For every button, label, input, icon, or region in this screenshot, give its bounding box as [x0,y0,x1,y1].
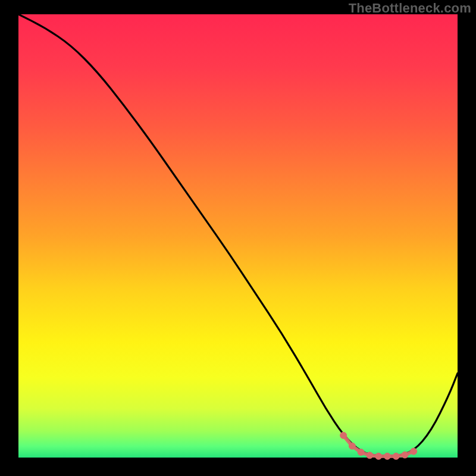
valley-marker [340,432,347,439]
valley-marker [384,453,390,459]
watermark-text: TheBottleneck.com [349,1,471,16]
valley-marker [349,443,355,449]
valley-marker [358,449,364,456]
valley-marker [393,453,399,459]
valley-marker [402,452,408,458]
valley-marker [367,452,373,459]
chart-stage: TheBottleneck.com [0,0,476,476]
valley-marker [411,448,417,455]
bottleneck-chart [0,0,476,476]
valley-marker [375,453,382,459]
plot-background [18,14,458,458]
